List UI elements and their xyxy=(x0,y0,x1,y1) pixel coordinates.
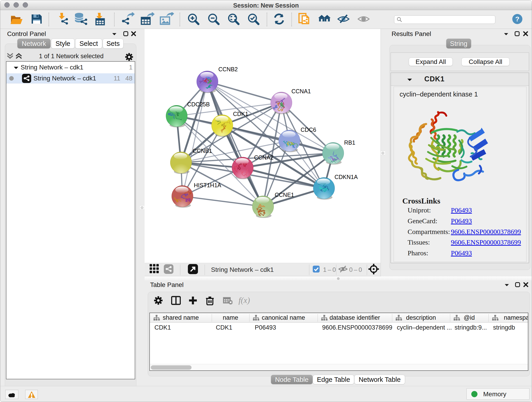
svg-text:?: ? xyxy=(515,15,519,23)
svg-text:CCNB2: CCNB2 xyxy=(218,66,238,72)
svg-text:CDKN1A: CDKN1A xyxy=(335,174,358,180)
svg-text:CDC6: CDC6 xyxy=(301,127,316,133)
svg-text:CDC25B: CDC25B xyxy=(187,101,210,108)
svg-text:CCNA2: CCNA2 xyxy=(254,154,273,161)
svg-text:CCNA1: CCNA1 xyxy=(291,88,311,95)
svg-text:HIST1H1A: HIST1H1A xyxy=(194,182,221,188)
svg-text:CCNB1: CCNB1 xyxy=(193,148,212,154)
svg-text:RB1: RB1 xyxy=(344,139,355,146)
svg-text:CDK1: CDK1 xyxy=(233,111,248,117)
svg-text:CCNE1: CCNE1 xyxy=(275,191,294,198)
